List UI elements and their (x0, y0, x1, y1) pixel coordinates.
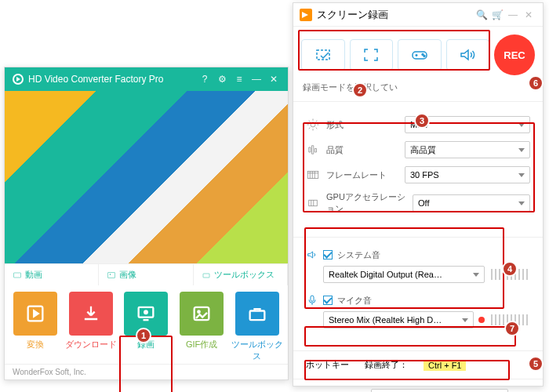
svg-rect-1 (108, 272, 115, 278)
hero-image (5, 91, 288, 263)
mic-icon (306, 294, 318, 307)
svg-rect-17 (311, 296, 314, 301)
rec-button[interactable]: REC (494, 34, 535, 75)
mode-fullscreen-button[interactable] (350, 39, 394, 71)
format-label: 形式 (326, 119, 405, 131)
menu-icon[interactable]: ≡ (233, 74, 245, 85)
svg-point-14 (311, 122, 315, 127)
minimize-icon[interactable]: — (250, 74, 263, 85)
svg-point-8 (198, 310, 201, 314)
mode-audio-button[interactable] (446, 39, 490, 71)
annotation-badge-2: 2 (352, 82, 368, 98)
close-icon[interactable]: ✕ (521, 9, 536, 20)
annotation-badge-7: 7 (504, 321, 520, 336)
search-icon[interactable]: 🔍 (474, 9, 489, 20)
quality-select[interactable]: 高品質 (405, 141, 530, 158)
mic-audio-checkbox[interactable] (323, 296, 333, 305)
hotkey-row: ホットキー 録画終了： Ctrl + F1 (293, 354, 543, 376)
system-audio-checkbox[interactable] (323, 250, 333, 260)
quality-icon (306, 143, 320, 157)
svg-rect-3 (203, 274, 209, 278)
mic-audio-select[interactable]: Stereo Mix (Realtek High D… (323, 311, 474, 328)
converter-footer: WonderFox Soft, Inc. (5, 364, 288, 379)
toolbox-button[interactable]: ツールボックス (231, 292, 283, 362)
main-buttons: 変換 ダウンロード 録画 GIF作成 ツールボックス (5, 285, 288, 365)
svg-rect-15 (307, 172, 318, 179)
system-audio-label: システム音 (337, 249, 380, 261)
gpu-label: GPUアクセラレーション (326, 191, 413, 215)
gpu-icon (306, 196, 320, 210)
quality-label: 品質 (326, 144, 405, 156)
svg-rect-16 (309, 200, 318, 206)
mode-region-button[interactable] (301, 39, 345, 71)
speaker-icon (306, 249, 318, 261)
mode-row: REC (293, 27, 543, 82)
annotation-badge-6: 6 (528, 75, 544, 91)
fps-label: フレームレート (326, 169, 405, 181)
mic-status-dot (478, 317, 485, 323)
output-path-select[interactable]: D:¥ (371, 389, 508, 392)
svg-rect-9 (249, 311, 264, 321)
app-logo-icon (13, 74, 24, 85)
convert-button[interactable]: 変換 (9, 292, 62, 362)
svg-point-6 (144, 310, 148, 314)
converter-title: HD Video Converter Factory Pro (28, 74, 194, 85)
annotation-badge-5: 5 (528, 356, 544, 372)
mic-audio-label: マイク音 (337, 295, 372, 307)
annotation-badge-4: 4 (502, 261, 518, 277)
converter-titlebar: HD Video Converter Factory Pro ? ⚙ ≡ — ✕ (5, 67, 288, 91)
annotation-badge-3: 3 (414, 113, 430, 129)
hotkey-label: ホットキー (306, 359, 349, 371)
gif-button[interactable]: GIF作成 (176, 292, 228, 362)
recorder-title: スクリーン録画 (317, 8, 474, 22)
tab-image[interactable]: 画像 (99, 264, 193, 285)
output-row: 出力フォルダ： D:¥ (293, 383, 543, 392)
tab-video[interactable]: 動画 (5, 264, 99, 285)
record-button[interactable]: 録画 (120, 292, 173, 362)
recorder-titlebar: スクリーン録画 🔍 🛒 — ✕ (293, 3, 543, 27)
svg-point-13 (424, 56, 425, 57)
settings-icon[interactable]: ⚙ (216, 74, 228, 85)
fps-select[interactable]: 30 FPS (405, 166, 530, 183)
format-icon (306, 118, 320, 132)
cart-icon[interactable]: 🛒 (489, 9, 505, 20)
system-audio-select[interactable]: Realtek Digital Output (Rea… (323, 266, 485, 283)
hotkey-stop-label: 録画終了： (365, 359, 408, 371)
minimize-icon[interactable]: — (505, 9, 521, 20)
category-tabs: 動画 画像 ツールボックス (5, 263, 288, 285)
help-icon[interactable]: ? (198, 74, 211, 85)
svg-rect-0 (14, 273, 21, 278)
annotation-badge-1: 1 (136, 328, 151, 343)
mode-hint: 録画モードを選択してい (293, 82, 543, 98)
tab-toolbox[interactable]: ツールボックス (194, 264, 288, 285)
download-button[interactable]: ダウンロード (65, 292, 118, 362)
svg-point-12 (422, 54, 424, 56)
close-icon[interactable]: ✕ (267, 74, 280, 85)
hotkey-stop-value: Ctrl + F1 (424, 360, 466, 371)
mode-game-button[interactable] (398, 39, 442, 71)
recorder-logo-icon (300, 9, 312, 21)
fps-icon (306, 168, 320, 182)
gpu-select[interactable]: Off (413, 194, 530, 212)
svg-point-2 (110, 274, 111, 275)
